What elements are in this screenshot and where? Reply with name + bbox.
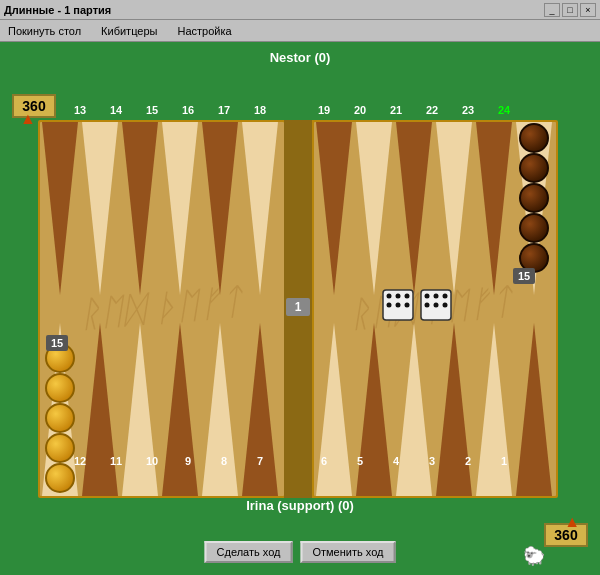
svg-point-57 bbox=[425, 303, 430, 308]
svg-point-37 bbox=[46, 464, 74, 492]
col-num-13: 13 bbox=[62, 104, 98, 116]
menubar: Покинуть стол Кибитцеры Настройка bbox=[0, 20, 600, 42]
col-num-22: 22 bbox=[414, 104, 450, 116]
svg-point-51 bbox=[396, 303, 401, 308]
col-num-23: 23 bbox=[450, 104, 486, 116]
col-num-2: 2 bbox=[450, 455, 486, 467]
svg-point-49 bbox=[405, 294, 410, 299]
titlebar-buttons[interactable]: _ □ × bbox=[544, 3, 596, 17]
svg-point-48 bbox=[396, 294, 401, 299]
col-num-8: 8 bbox=[206, 455, 242, 467]
col-num-9: 9 bbox=[170, 455, 206, 467]
backgammon-board[interactable]: ᚱᛖᛞ ᚦᛖᚠᛏ ᚱᛖᛞ ᚦᛖᚠᛏ bbox=[38, 120, 558, 498]
maximize-button[interactable]: □ bbox=[562, 3, 578, 17]
svg-point-33 bbox=[520, 214, 548, 242]
svg-point-50 bbox=[387, 303, 392, 308]
svg-point-31 bbox=[520, 154, 548, 182]
menu-kibitzers[interactable]: Кибитцеры bbox=[97, 23, 161, 39]
game-area: Nestor (0) 360 ▲ ᚱᛖᛞ ᚦᛖᚠᛏ ᚱᛖᛞ ᚦᛖᚠᛏ bbox=[0, 42, 600, 575]
svg-point-52 bbox=[405, 303, 410, 308]
col-num-20: 20 bbox=[342, 104, 378, 116]
col-num-18: 18 bbox=[242, 104, 278, 116]
svg-point-47 bbox=[387, 294, 392, 299]
col-num-7: 7 bbox=[242, 455, 278, 467]
col-num-12: 12 bbox=[62, 455, 98, 467]
svg-point-30 bbox=[520, 124, 548, 152]
cancel-move-button[interactable]: Отменить ход bbox=[300, 541, 395, 563]
svg-point-56 bbox=[443, 294, 448, 299]
svg-point-55 bbox=[434, 294, 439, 299]
menu-leave-table[interactable]: Покинуть стол bbox=[4, 23, 85, 39]
lamb-icon: 🐑 bbox=[523, 545, 545, 567]
col-num-14: 14 bbox=[98, 104, 134, 116]
col-num-19: 19 bbox=[306, 104, 342, 116]
home-arrow-bottom: ▲ bbox=[564, 513, 580, 531]
home-arrow-top: ▲ bbox=[20, 110, 36, 128]
make-move-button[interactable]: Сделать ход bbox=[205, 541, 293, 563]
col-num-16: 16 bbox=[170, 104, 206, 116]
col-num-3: 3 bbox=[414, 455, 450, 467]
svg-point-34 bbox=[520, 244, 548, 272]
col-num-24: 24 bbox=[486, 104, 522, 116]
svg-text:1: 1 bbox=[295, 300, 302, 314]
svg-point-59 bbox=[443, 303, 448, 308]
col-numbers-top: 13 14 15 16 17 18 19 20 21 22 23 24 bbox=[60, 104, 540, 116]
col-num-4: 4 bbox=[378, 455, 414, 467]
col-num-11: 11 bbox=[98, 455, 134, 467]
col-num-5: 5 bbox=[342, 455, 378, 467]
action-buttons: Сделать ход Отменить ход bbox=[205, 541, 396, 563]
nestor-player-label: Nestor (0) bbox=[270, 50, 331, 65]
minimize-button[interactable]: _ bbox=[544, 3, 560, 17]
svg-text:15: 15 bbox=[51, 337, 63, 349]
col-num-15: 15 bbox=[134, 104, 170, 116]
irina-player-label: Irina (support) (0) bbox=[246, 498, 354, 513]
col-num-6: 6 bbox=[306, 455, 342, 467]
svg-point-54 bbox=[425, 294, 430, 299]
menu-settings[interactable]: Настройка bbox=[173, 23, 235, 39]
close-button[interactable]: × bbox=[580, 3, 596, 17]
col-num-17: 17 bbox=[206, 104, 242, 116]
svg-point-40 bbox=[46, 374, 74, 402]
titlebar: Длинные - 1 партия _ □ × bbox=[0, 0, 600, 20]
svg-point-32 bbox=[520, 184, 548, 212]
svg-point-39 bbox=[46, 404, 74, 432]
svg-text:15: 15 bbox=[518, 270, 530, 282]
svg-point-58 bbox=[434, 303, 439, 308]
col-num-21: 21 bbox=[378, 104, 414, 116]
titlebar-title: Длинные - 1 партия bbox=[4, 4, 111, 16]
col-num-1: 1 bbox=[486, 455, 522, 467]
col-num-10: 10 bbox=[134, 455, 170, 467]
col-numbers-bottom: 12 11 10 9 8 7 6 5 4 3 2 1 bbox=[60, 455, 540, 467]
